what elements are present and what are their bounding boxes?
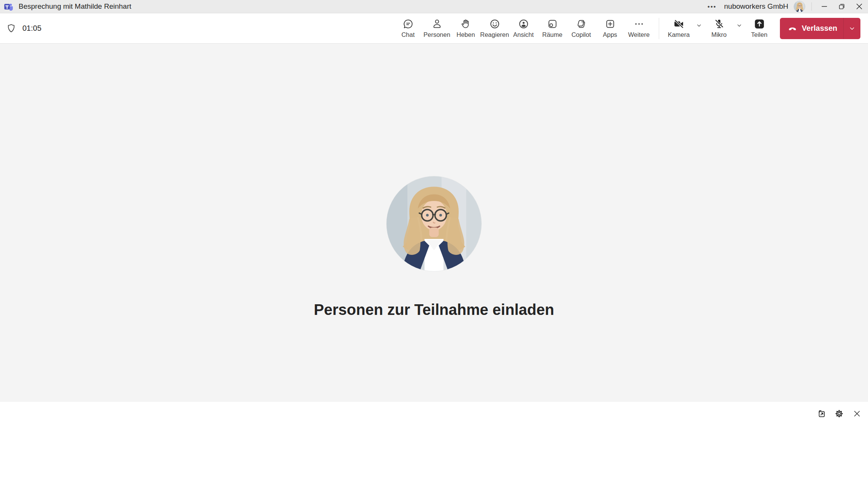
user-avatar-image	[794, 1, 805, 13]
restore-button[interactable]	[833, 0, 851, 13]
mic-label: Mikro	[711, 31, 726, 38]
chevron-down-icon	[736, 22, 743, 29]
raise-hand-label: Heben	[456, 31, 475, 38]
apps-label: Apps	[603, 31, 617, 38]
rooms-icon	[547, 18, 558, 30]
camera-label: Kamera	[668, 31, 690, 38]
minimize-icon	[820, 2, 829, 11]
leave-button[interactable]: Verlassen	[788, 24, 843, 33]
more-label: Weitere	[628, 31, 650, 38]
chat-icon	[402, 18, 414, 30]
share-tray-icon	[754, 18, 765, 30]
rooms-label: Räume	[542, 31, 562, 38]
titlebar-more-menu-icon[interactable]: •••	[702, 0, 722, 13]
mic-muted-icon	[713, 18, 725, 30]
close-icon	[855, 2, 864, 11]
copilot-icon	[576, 18, 587, 30]
more-ellipsis-icon	[633, 18, 645, 30]
more-actions-button[interactable]: Weitere	[625, 15, 653, 42]
chat-button[interactable]: Chat	[394, 15, 423, 42]
chevron-down-icon	[696, 22, 702, 29]
leave-options-chevron[interactable]	[844, 18, 860, 39]
raise-hand-button[interactable]: Heben	[451, 15, 480, 42]
chat-label: Chat	[401, 31, 415, 38]
popout-panel-button[interactable]	[816, 409, 826, 419]
restore-icon	[838, 2, 846, 11]
camera-off-icon	[673, 18, 685, 30]
toolbar-divider	[659, 18, 659, 39]
shield-icon	[6, 23, 16, 33]
react-button[interactable]: Reagieren	[480, 15, 509, 42]
hangup-phone-icon	[788, 24, 797, 33]
meeting-timer: 01:05	[22, 24, 41, 33]
apps-button[interactable]: Apps	[596, 15, 625, 42]
share-button[interactable]: Teilen	[745, 15, 774, 42]
leave-label: Verlassen	[802, 24, 837, 33]
close-panel-button[interactable]	[852, 409, 862, 419]
view-icon	[518, 18, 529, 30]
meeting-toolbar: 01:05 Chat Personen Heben Reagieren Ansi…	[0, 13, 868, 44]
teams-logo-icon	[3, 2, 14, 12]
titlebar-divider	[811, 2, 812, 11]
raised-hand-icon	[460, 18, 472, 30]
mic-options-chevron[interactable]	[734, 17, 745, 34]
view-label: Ansicht	[513, 31, 534, 38]
people-label: Personen	[423, 31, 450, 38]
bottom-panel	[0, 402, 868, 479]
camera-options-chevron[interactable]	[693, 17, 705, 34]
user-avatar[interactable]	[794, 1, 805, 13]
close-window-button[interactable]	[851, 0, 868, 13]
people-button[interactable]: Personen	[423, 15, 451, 42]
window-title: Besprechung mit Mathilde Reinhart	[19, 2, 131, 11]
people-icon	[431, 18, 443, 30]
meeting-stage: Personen zur Teilnahme einladen	[0, 44, 868, 402]
close-icon	[852, 409, 862, 418]
camera-toggle-button[interactable]: Kamera	[664, 15, 693, 42]
copilot-label: Copilot	[571, 31, 591, 38]
view-button[interactable]: Ansicht	[509, 15, 538, 42]
popout-icon	[816, 409, 826, 419]
leave-split-button: Verlassen	[780, 18, 860, 39]
minimize-button[interactable]	[816, 0, 833, 13]
chevron-down-icon	[848, 25, 856, 32]
react-label: Reagieren	[480, 31, 509, 38]
share-label: Teilen	[751, 31, 767, 38]
participant-avatar-image	[387, 176, 481, 271]
panel-settings-button[interactable]	[834, 409, 844, 419]
apps-plus-icon	[604, 18, 616, 30]
rooms-button[interactable]: Räume	[538, 15, 567, 42]
copilot-button[interactable]: Copilot	[567, 15, 596, 42]
participant-avatar	[387, 176, 481, 271]
org-account-label[interactable]: nuboworkers GmbH	[724, 2, 788, 11]
invite-people-text: Personen zur Teilnahme einladen	[0, 301, 868, 318]
window-titlebar: Besprechung mit Mathilde Reinhart ••• nu…	[0, 0, 868, 13]
mic-toggle-button[interactable]: Mikro	[705, 15, 734, 42]
smiley-icon	[489, 18, 500, 30]
gear-icon	[834, 409, 844, 419]
